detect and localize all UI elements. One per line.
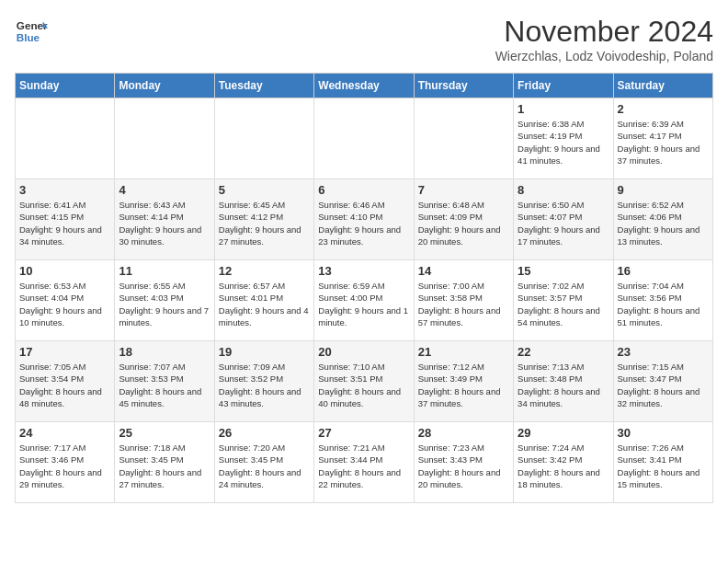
week-row-0: 1 Sunrise: 6:38 AMSunset: 4:19 PMDayligh… — [16, 98, 713, 179]
day-number: 5 — [219, 183, 310, 197]
table-cell: 26 Sunrise: 7:20 AMSunset: 3:45 PMDaylig… — [214, 422, 313, 503]
day-number: 30 — [618, 426, 709, 440]
week-row-1: 3 Sunrise: 6:41 AMSunset: 4:15 PMDayligh… — [16, 179, 713, 260]
day-number: 15 — [518, 264, 609, 278]
day-info: Sunrise: 7:09 AMSunset: 3:52 PMDaylight:… — [219, 362, 301, 408]
calendar-table: Sunday Monday Tuesday Wednesday Thursday… — [15, 73, 713, 503]
table-cell: 16 Sunrise: 7:04 AMSunset: 3:56 PMDaylig… — [613, 260, 712, 341]
day-info: Sunrise: 7:04 AMSunset: 3:56 PMDaylight:… — [618, 281, 700, 327]
table-cell: 12 Sunrise: 6:57 AMSunset: 4:01 PMDaylig… — [214, 260, 313, 341]
title-area: November 2024 Wierzchlas, Lodz Voivodesh… — [495, 15, 713, 63]
table-cell: 6 Sunrise: 6:46 AMSunset: 4:10 PMDayligh… — [314, 179, 414, 260]
day-info: Sunrise: 7:07 AMSunset: 3:53 PMDaylight:… — [119, 362, 201, 408]
table-cell: 20 Sunrise: 7:10 AMSunset: 3:51 PMDaylig… — [314, 341, 414, 422]
table-cell: 22 Sunrise: 7:13 AMSunset: 3:48 PMDaylig… — [514, 341, 613, 422]
day-info: Sunrise: 7:18 AMSunset: 3:45 PMDaylight:… — [119, 442, 201, 489]
week-row-2: 10 Sunrise: 6:53 AMSunset: 4:04 PMDaylig… — [16, 260, 713, 341]
day-info: Sunrise: 6:46 AMSunset: 4:10 PMDaylight:… — [318, 200, 401, 247]
header-friday: Friday — [514, 74, 613, 98]
header-tuesday: Tuesday — [214, 74, 313, 98]
table-cell: 17 Sunrise: 7:05 AMSunset: 3:54 PMDaylig… — [16, 341, 115, 422]
table-cell: 21 Sunrise: 7:12 AMSunset: 3:49 PMDaylig… — [414, 341, 513, 422]
day-info: Sunrise: 7:15 AMSunset: 3:47 PMDaylight:… — [618, 362, 700, 408]
day-number: 24 — [19, 426, 110, 440]
day-number: 27 — [318, 426, 409, 440]
day-number: 26 — [219, 426, 310, 440]
day-info: Sunrise: 7:00 AMSunset: 3:58 PMDaylight:… — [418, 281, 501, 327]
table-cell: 24 Sunrise: 7:17 AMSunset: 3:46 PMDaylig… — [16, 422, 115, 503]
day-info: Sunrise: 7:20 AMSunset: 3:45 PMDaylight:… — [219, 442, 301, 489]
header-thursday: Thursday — [414, 74, 513, 98]
day-number: 16 — [618, 264, 709, 278]
table-cell: 5 Sunrise: 6:45 AMSunset: 4:12 PMDayligh… — [214, 179, 313, 260]
day-number: 18 — [119, 345, 210, 359]
table-cell — [115, 98, 214, 179]
day-number: 22 — [518, 345, 609, 359]
day-info: Sunrise: 6:50 AMSunset: 4:07 PMDaylight:… — [518, 200, 600, 247]
day-info: Sunrise: 7:23 AMSunset: 3:43 PMDaylight:… — [418, 442, 501, 489]
day-number: 12 — [219, 264, 310, 278]
day-number: 10 — [19, 264, 110, 278]
table-cell: 28 Sunrise: 7:23 AMSunset: 3:43 PMDaylig… — [414, 422, 513, 503]
header-wednesday: Wednesday — [314, 74, 414, 98]
day-number: 17 — [19, 345, 110, 359]
day-info: Sunrise: 6:39 AMSunset: 4:17 PMDaylight:… — [618, 119, 700, 166]
calendar-header-row: Sunday Monday Tuesday Wednesday Thursday… — [16, 74, 713, 98]
day-info: Sunrise: 7:21 AMSunset: 3:44 PMDaylight:… — [318, 442, 401, 489]
day-info: Sunrise: 7:12 AMSunset: 3:49 PMDaylight:… — [418, 362, 501, 408]
table-cell: 14 Sunrise: 7:00 AMSunset: 3:58 PMDaylig… — [414, 260, 513, 341]
month-title: November 2024 — [495, 15, 713, 49]
day-info: Sunrise: 7:17 AMSunset: 3:46 PMDaylight:… — [19, 442, 102, 489]
day-info: Sunrise: 6:53 AMSunset: 4:04 PMDaylight:… — [19, 281, 102, 327]
table-cell: 18 Sunrise: 7:07 AMSunset: 3:53 PMDaylig… — [115, 341, 214, 422]
table-cell — [16, 98, 115, 179]
table-cell — [414, 98, 513, 179]
table-cell: 8 Sunrise: 6:50 AMSunset: 4:07 PMDayligh… — [514, 179, 613, 260]
day-info: Sunrise: 7:24 AMSunset: 3:42 PMDaylight:… — [518, 442, 600, 489]
day-number: 14 — [418, 264, 509, 278]
day-number: 1 — [518, 102, 609, 116]
day-number: 13 — [318, 264, 409, 278]
day-info: Sunrise: 7:13 AMSunset: 3:48 PMDaylight:… — [518, 362, 600, 408]
table-cell: 19 Sunrise: 7:09 AMSunset: 3:52 PMDaylig… — [214, 341, 313, 422]
header-saturday: Saturday — [613, 74, 712, 98]
day-info: Sunrise: 6:41 AMSunset: 4:15 PMDaylight:… — [19, 200, 102, 247]
day-info: Sunrise: 7:05 AMSunset: 3:54 PMDaylight:… — [19, 362, 102, 408]
day-info: Sunrise: 6:57 AMSunset: 4:01 PMDaylight:… — [219, 281, 309, 327]
day-info: Sunrise: 6:38 AMSunset: 4:19 PMDaylight:… — [518, 119, 600, 166]
day-info: Sunrise: 6:52 AMSunset: 4:06 PMDaylight:… — [618, 200, 700, 247]
day-info: Sunrise: 6:48 AMSunset: 4:09 PMDaylight:… — [418, 200, 501, 247]
table-cell: 29 Sunrise: 7:24 AMSunset: 3:42 PMDaylig… — [514, 422, 613, 503]
day-number: 19 — [219, 345, 310, 359]
day-info: Sunrise: 7:26 AMSunset: 3:41 PMDaylight:… — [618, 442, 700, 489]
table-cell: 25 Sunrise: 7:18 AMSunset: 3:45 PMDaylig… — [115, 422, 214, 503]
day-number: 20 — [318, 345, 409, 359]
day-number: 3 — [19, 183, 110, 197]
day-number: 4 — [119, 183, 210, 197]
day-info: Sunrise: 7:02 AMSunset: 3:57 PMDaylight:… — [518, 281, 600, 327]
header-monday: Monday — [115, 74, 214, 98]
location-subtitle: Wierzchlas, Lodz Voivodeship, Poland — [495, 49, 713, 63]
table-cell — [314, 98, 414, 179]
day-number: 25 — [119, 426, 210, 440]
week-row-3: 17 Sunrise: 7:05 AMSunset: 3:54 PMDaylig… — [16, 341, 713, 422]
day-number: 9 — [618, 183, 709, 197]
svg-text:Blue: Blue — [17, 31, 40, 43]
page-header: General Blue November 2024 Wierzchlas, L… — [15, 15, 713, 63]
table-cell: 13 Sunrise: 6:59 AMSunset: 4:00 PMDaylig… — [314, 260, 414, 341]
table-cell: 9 Sunrise: 6:52 AMSunset: 4:06 PMDayligh… — [613, 179, 712, 260]
day-info: Sunrise: 6:43 AMSunset: 4:14 PMDaylight:… — [119, 200, 201, 247]
day-number: 8 — [518, 183, 609, 197]
day-number: 21 — [418, 345, 509, 359]
day-number: 23 — [618, 345, 709, 359]
day-number: 2 — [618, 102, 709, 116]
table-cell: 11 Sunrise: 6:55 AMSunset: 4:03 PMDaylig… — [115, 260, 214, 341]
table-cell: 2 Sunrise: 6:39 AMSunset: 4:17 PMDayligh… — [613, 98, 712, 179]
week-row-4: 24 Sunrise: 7:17 AMSunset: 3:46 PMDaylig… — [16, 422, 713, 503]
day-number: 28 — [418, 426, 509, 440]
header-sunday: Sunday — [16, 74, 115, 98]
day-info: Sunrise: 6:59 AMSunset: 4:00 PMDaylight:… — [318, 281, 408, 327]
day-number: 6 — [318, 183, 409, 197]
day-info: Sunrise: 6:45 AMSunset: 4:12 PMDaylight:… — [219, 200, 301, 247]
table-cell: 27 Sunrise: 7:21 AMSunset: 3:44 PMDaylig… — [314, 422, 414, 503]
